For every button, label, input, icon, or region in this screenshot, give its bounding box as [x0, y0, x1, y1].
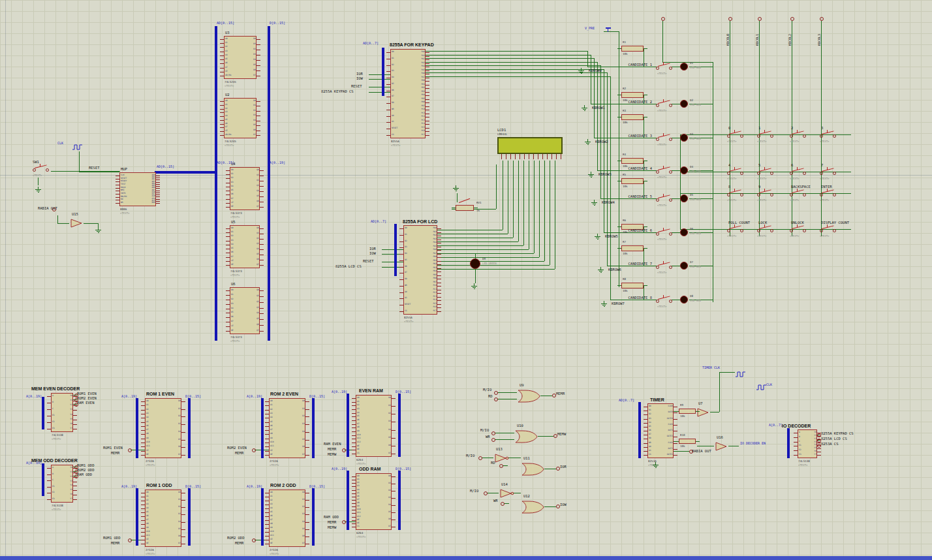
resistor-R5[interactable] — [621, 178, 644, 184]
led-D2[interactable] — [680, 100, 688, 108]
led-ref: D6 — [690, 227, 693, 230]
clock-icon[interactable] — [72, 141, 83, 153]
text-label: RAM ODD — [77, 473, 92, 476]
pin-label: D6 — [231, 251, 234, 253]
gate-U16[interactable] — [714, 441, 730, 454]
pin-stub — [260, 313, 264, 314]
power-icon[interactable] — [606, 27, 611, 29]
pot-ref: RV1 — [476, 201, 482, 204]
pin-stub — [265, 446, 269, 447]
pin-label: GATE1 — [663, 435, 674, 437]
net-label: A[0..7] — [769, 423, 783, 427]
text-label: MEMR — [328, 520, 336, 524]
lcd-pin — [556, 154, 557, 159]
led-D6[interactable] — [680, 228, 688, 236]
wire — [555, 161, 555, 269]
pin-label: A7 — [225, 125, 228, 128]
pin-stub — [817, 448, 821, 449]
resistor-R7[interactable] — [621, 245, 644, 251]
gate-U15[interactable] — [69, 218, 85, 231]
pin-label: A0 — [146, 491, 149, 493]
pin-stub — [47, 493, 51, 493]
resistor-R2[interactable] — [621, 92, 644, 98]
potentiometer-RV1[interactable] — [456, 205, 474, 211]
pin-stub — [399, 247, 403, 248]
keypad-label: LOCK — [758, 221, 767, 225]
pin-label: A11 — [270, 534, 274, 537]
pin-stub — [305, 493, 309, 493]
terminal — [342, 520, 346, 524]
gate-U14[interactable] — [499, 488, 514, 501]
pin-stub — [437, 247, 441, 247]
resistor-R3[interactable] — [621, 114, 644, 120]
pin-stub — [181, 500, 185, 501]
gate-ref: U15 — [72, 212, 78, 216]
gate-U10[interactable] — [514, 429, 538, 446]
text-placeholder: <TEXT> — [727, 198, 736, 202]
pin-label: A1 — [225, 41, 228, 44]
pin-stub — [352, 500, 356, 501]
pin-stub — [392, 505, 396, 506]
ground-symbol — [471, 286, 477, 287]
led-D4[interactable] — [680, 166, 688, 174]
resistor-R10[interactable] — [679, 439, 696, 444]
wire — [550, 161, 550, 265]
gate-U7[interactable] — [696, 407, 711, 420]
wire — [426, 62, 597, 63]
pin-label: Y4 — [63, 413, 73, 416]
gate-U9[interactable] — [517, 389, 540, 406]
led-D7[interactable] — [680, 262, 688, 270]
clock-icon[interactable] — [756, 381, 767, 394]
wire — [426, 65, 600, 66]
led-D5[interactable] — [680, 194, 688, 202]
pin-label: D3 — [231, 239, 234, 241]
pin-stub — [392, 484, 396, 484]
clock-icon[interactable] — [735, 368, 746, 381]
pin-stub — [265, 544, 269, 544]
resistor-R4[interactable] — [621, 158, 644, 164]
pin-label: Y1 — [807, 434, 817, 437]
power-icon — [608, 29, 608, 32]
resistor-R1[interactable] — [621, 46, 644, 52]
chip-part: 2732A — [270, 459, 278, 463]
lcd-pin — [520, 154, 520, 159]
resistor-lead — [644, 117, 647, 117]
led-D1[interactable] — [680, 63, 688, 70]
pin-stub — [256, 106, 260, 106]
button-stub — [734, 189, 735, 191]
pin-stub — [674, 443, 677, 444]
gate-U12[interactable] — [521, 500, 544, 517]
pin-stub — [141, 544, 145, 544]
led-part: LED-RED — [690, 137, 701, 140]
pin-label: E1 — [52, 414, 55, 416]
pin-stub — [226, 326, 230, 327]
pin-label: D7 — [171, 453, 181, 456]
lcd-display[interactable] — [497, 137, 563, 154]
pin-label: OUT2 — [663, 447, 674, 450]
resistor-R8[interactable] — [621, 283, 644, 288]
led-D8[interactable] — [680, 296, 688, 303]
resistor-R9[interactable] — [679, 409, 696, 414]
pin-label: CLK2 — [663, 441, 674, 444]
pin-stub — [794, 455, 798, 456]
wire — [662, 21, 663, 63]
button-terminal — [669, 138, 672, 141]
pin-label: D4 — [392, 76, 394, 78]
led-D3[interactable] — [680, 134, 688, 142]
button-terminal — [740, 193, 743, 196]
gate-U11[interactable] — [521, 462, 544, 479]
terminal — [491, 438, 495, 442]
button-terminal — [669, 266, 672, 269]
chip-part: 74LS138 — [52, 504, 63, 507]
net-label: AD[0..7] — [371, 219, 386, 223]
button-terminal — [33, 168, 36, 172]
pin-label: A3 — [146, 412, 149, 414]
pin-label: Y3 — [63, 480, 73, 482]
led-D9[interactable] — [470, 258, 480, 269]
button-terminal — [770, 229, 773, 232]
pin-label: D2 — [295, 414, 305, 417]
net-label: D[0..15] — [185, 394, 201, 398]
pin-stub — [181, 440, 185, 441]
bottom-scrollbar[interactable] — [0, 556, 932, 560]
pin-label: A4 — [270, 506, 273, 509]
